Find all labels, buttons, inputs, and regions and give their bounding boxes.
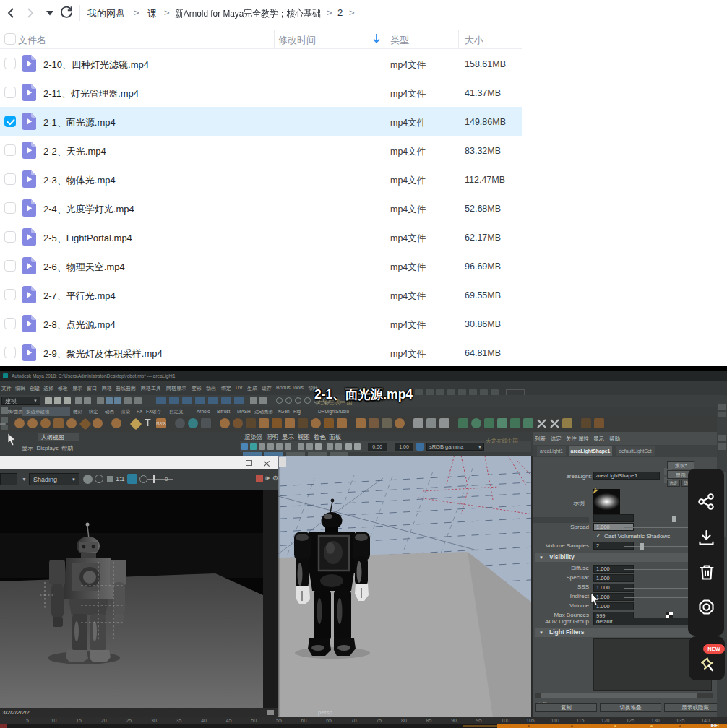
svg-text:persp: persp (318, 709, 333, 716)
